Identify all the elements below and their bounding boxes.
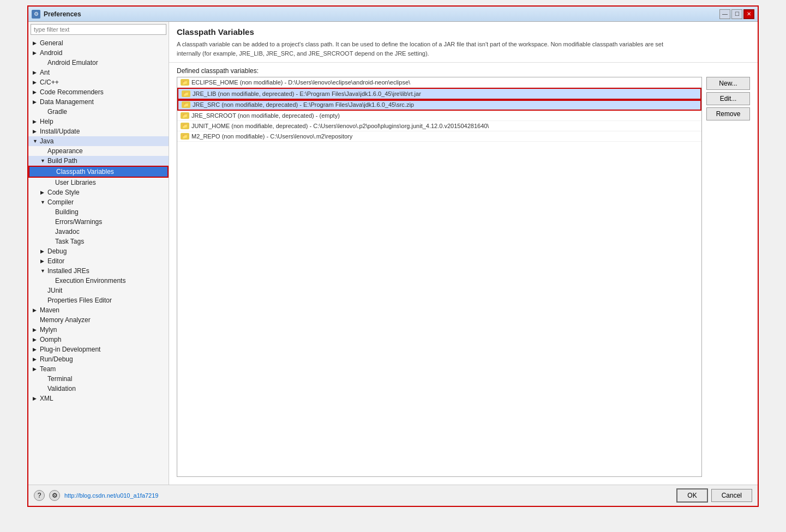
tree-item-java[interactable]: ▼ Java — [28, 136, 169, 146]
tree-item-oomph[interactable]: ▶ Oomph — [28, 335, 169, 344]
label-data-management: Data Management — [40, 98, 94, 106]
tree-item-editor[interactable]: ▶ Editor — [28, 256, 169, 266]
settings-icon[interactable]: ⚙ — [49, 490, 60, 501]
label-classpath-variables: Classpath Variables — [56, 168, 114, 176]
defined-label: Defined classpath variables: — [177, 67, 750, 75]
preferences-window: ⚙ Preferences — ☐ ✕ ▶ General ▶ Android — [27, 5, 759, 507]
new-button[interactable]: New... — [706, 77, 750, 90]
tree-item-properties-files-editor[interactable]: Properties Files Editor — [28, 295, 169, 305]
label-run-debug: Run/Debug — [40, 355, 73, 363]
page-title: Classpath Variables — [177, 27, 750, 37]
tree-item-help[interactable]: ▶ Help — [28, 117, 169, 126]
tree-item-junit[interactable]: JUnit — [28, 286, 169, 295]
tree-item-execution-environments[interactable]: Execution Environments — [28, 276, 169, 286]
tree-item-mylyn[interactable]: ▶ Mylyn — [28, 325, 169, 335]
var-item-jre-lib[interactable]: 📁 JRE_LIB (non modifiable, deprecated) -… — [177, 88, 701, 100]
folder-icon: 📁 — [181, 79, 189, 86]
arrow-ant: ▶ — [33, 70, 38, 75]
title-buttons: — ☐ ✕ — [719, 9, 754, 19]
label-properties-files-editor: Properties Files Editor — [47, 297, 112, 304]
tree-item-general[interactable]: ▶ General — [28, 38, 169, 48]
tree-item-classpath-variables[interactable]: Classpath Variables — [28, 166, 169, 178]
variables-area: 📁 ECLIPSE_HOME (non modifiable) - D:\Use… — [169, 77, 758, 485]
var-item-m2-repo[interactable]: 📁 M2_REPO (non modifiable) - C:\Users\le… — [177, 131, 701, 142]
tree-item-ant[interactable]: ▶ Ant — [28, 68, 169, 77]
tree-item-code-recommenders[interactable]: ▶ Code Recommenders — [28, 87, 169, 97]
tree-item-cpp[interactable]: ▶ C/C++ — [28, 77, 169, 87]
right-header: Classpath Variables A classpath variable… — [169, 22, 758, 63]
tree-item-debug[interactable]: ▶ Debug — [28, 246, 169, 256]
arrow-build-path: ▼ — [40, 158, 46, 164]
tree-item-validation[interactable]: Validation — [28, 384, 169, 394]
arrow-xml: ▶ — [33, 396, 38, 401]
arrow-android: ▶ — [33, 50, 38, 56]
bottom-bar: ? ⚙ http://blog.csdn.net/u010_a1fa7219 O… — [28, 485, 758, 506]
label-junit: JUnit — [47, 287, 62, 294]
right-panel: Classpath Variables A classpath variable… — [169, 22, 758, 485]
cancel-button[interactable]: Cancel — [711, 489, 752, 502]
window-title: Preferences — [44, 10, 81, 18]
tree-item-errors-warnings[interactable]: Errors/Warnings — [28, 217, 169, 227]
label-build-path: Build Path — [47, 157, 77, 165]
label-appearance: Appearance — [47, 147, 83, 155]
var-text-jre-src: JRE_SRC (non modifiable, deprecated) - E… — [193, 101, 414, 108]
tree-item-xml[interactable]: ▶ XML — [28, 394, 169, 403]
arrow-oomph: ▶ — [33, 337, 38, 342]
tree-item-build-path[interactable]: ▼ Build Path — [28, 156, 169, 166]
arrow-plugin-development: ▶ — [33, 347, 38, 352]
label-compiler: Compiler — [47, 198, 74, 206]
var-item-eclipse-home[interactable]: 📁 ECLIPSE_HOME (non modifiable) - D:\Use… — [177, 77, 701, 88]
arrow-code-style: ▶ — [40, 190, 46, 195]
label-terminal: Terminal — [47, 375, 72, 383]
title-bar: ⚙ Preferences — ☐ ✕ — [28, 7, 758, 22]
var-text-eclipse-home: ECLIPSE_HOME (non modifiable) - D:\Users… — [191, 79, 410, 86]
help-icon[interactable]: ? — [34, 490, 45, 501]
arrow-installed-jres: ▼ — [40, 268, 46, 274]
arrow-compiler: ▼ — [40, 200, 46, 205]
remove-button[interactable]: Remove — [706, 107, 750, 120]
edit-button[interactable]: Edit... — [706, 92, 750, 105]
tree-item-appearance[interactable]: Appearance — [28, 146, 169, 156]
var-item-jre-srcroot[interactable]: 📁 JRE_SRCROOT (non modifiable, deprecate… — [177, 111, 701, 121]
arrow-editor: ▶ — [40, 258, 46, 264]
label-general: General — [40, 39, 63, 47]
tree-item-task-tags[interactable]: Task Tags — [28, 237, 169, 246]
tree-item-code-style[interactable]: ▶ Code Style — [28, 188, 169, 197]
ok-button[interactable]: OK — [676, 488, 707, 503]
tree-item-run-debug[interactable]: ▶ Run/Debug — [28, 354, 169, 364]
label-java: Java — [40, 137, 53, 145]
tree-item-android[interactable]: ▶ Android — [28, 48, 169, 58]
var-item-junit-home[interactable]: 📁 JUNIT_HOME (non modifiable, deprecated… — [177, 121, 701, 131]
tree-item-maven[interactable]: ▶ Maven — [28, 305, 169, 315]
label-cpp: C/C++ — [40, 78, 59, 86]
tree-item-building[interactable]: Building — [28, 207, 169, 217]
window-icon: ⚙ — [32, 10, 40, 19]
tree-item-gradle[interactable]: Gradle — [28, 107, 169, 117]
label-javadoc: Javadoc — [55, 228, 80, 235]
tree-item-team[interactable]: ▶ Team — [28, 364, 169, 374]
tree-item-plugin-development[interactable]: ▶ Plug-in Development — [28, 344, 169, 354]
tree-item-installed-jres[interactable]: ▼ Installed JREs — [28, 266, 169, 276]
left-panel: ▶ General ▶ Android Android Emulator ▶ A… — [28, 22, 169, 485]
arrow-help: ▶ — [33, 119, 38, 124]
maximize-button[interactable]: ☐ — [731, 9, 742, 19]
var-item-jre-src[interactable]: 📁 JRE_SRC (non modifiable, deprecated) -… — [177, 100, 701, 111]
bottom-link: http://blog.csdn.net/u010_a1fa7219 — [64, 492, 158, 499]
tree-item-install-update[interactable]: ▶ Install/Update — [28, 126, 169, 136]
label-maven: Maven — [40, 306, 59, 314]
tree-item-compiler[interactable]: ▼ Compiler — [28, 197, 169, 207]
minimize-button[interactable]: — — [719, 9, 730, 19]
label-ant: Ant — [40, 69, 50, 76]
filter-input[interactable] — [31, 24, 166, 35]
label-validation: Validation — [47, 385, 76, 392]
content-area: ▶ General ▶ Android Android Emulator ▶ A… — [28, 22, 758, 485]
tree-item-javadoc[interactable]: Javadoc — [28, 227, 169, 237]
folder-icon-jre-src: 📁 — [182, 101, 190, 108]
tree-item-android-emulator[interactable]: Android Emulator — [28, 58, 169, 68]
label-errors-warnings: Errors/Warnings — [55, 218, 102, 226]
tree-item-terminal[interactable]: Terminal — [28, 374, 169, 384]
close-button[interactable]: ✕ — [743, 9, 754, 19]
tree-item-data-management[interactable]: ▶ Data Management — [28, 97, 169, 107]
tree-item-user-libraries[interactable]: User Libraries — [28, 178, 169, 188]
tree-item-memory-analyzer[interactable]: Memory Analyzer — [28, 315, 169, 325]
